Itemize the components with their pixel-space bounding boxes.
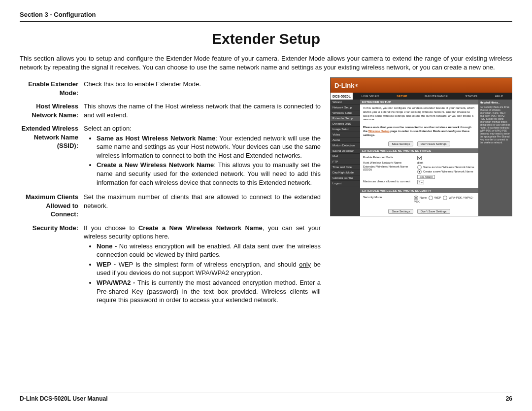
screenshot-column: D-Link® DCS-5020L LIVE VIDEO SETUP MAINT… <box>330 75 512 310</box>
ssid-radio-new[interactable] <box>417 170 422 174</box>
page-footer: D-Link DCS-5020L User Manual 26 <box>20 392 512 402</box>
save-button-bottom[interactable]: Save Settings <box>388 209 413 214</box>
ssid-lead: Select an option: <box>84 125 132 132</box>
cancel-button-top[interactable]: Don't Save Settings <box>417 141 450 146</box>
form-max-label: Maximum clients allowed to connect <box>363 180 417 183</box>
side-ftp[interactable]: FTP <box>331 159 360 165</box>
form-host-value: dlink <box>417 161 423 164</box>
sec-wpa-bold: WPA/WPA2 - <box>97 279 137 286</box>
hints-body: For security there are three choices of … <box>480 105 510 144</box>
tab-help[interactable]: HELP <box>493 95 505 98</box>
side-video[interactable]: Video <box>331 132 360 137</box>
panel-text: In this section, you can configure the w… <box>360 104 478 124</box>
definitions-column: Enable Extender Mode: Check this box to … <box>20 75 321 310</box>
form-host-label: Host Wireless Network Name <box>363 161 417 164</box>
page-title: Extender Setup <box>20 31 512 47</box>
side-extender-setup[interactable]: Extender Setup <box>331 116 360 121</box>
ssid-opt1: Same as Host Wireless Network Name: Your… <box>97 134 321 160</box>
tab-maintenance[interactable]: MAINTENANCE <box>423 95 450 98</box>
def-desc-enable: Check this box to enable Extender Mode. <box>83 79 321 98</box>
sec-wep-only: only <box>299 261 311 268</box>
form-enable-label: Enable Extender Mode <box>363 156 417 159</box>
ssid-opt2-bold: Create a New Wireless Network Name <box>97 161 214 169</box>
sec-radio-wpa[interactable] <box>443 196 447 200</box>
note-link[interactable]: Wireless Setup <box>368 130 390 133</box>
intro-paragraph: This section allows you to setup and con… <box>20 54 512 71</box>
side-logout[interactable]: Logout <box>331 181 360 186</box>
def-label-host: Host Wireless Network Name: <box>20 102 83 120</box>
sec-wpa: WPA/WPA2 - This is currently the most ad… <box>97 278 321 305</box>
side-network-setup[interactable]: Network Setup <box>331 105 360 110</box>
section-header: Section 3 - Configuration <box>20 11 512 22</box>
def-label-enable: Enable Extender Mode: <box>20 79 83 98</box>
panel2-title: EXTENDED WIRELESS NETWORK SETTINGS <box>360 148 478 153</box>
form-ssid-label: Extended Wireless Network Name (SSID) <box>363 165 417 171</box>
shot-tabs: LIVE VIDEO SETUP MAINTENANCE STATUS HELP <box>353 95 512 98</box>
shot-nav: DCS-5020L LIVE VIDEO SETUP MAINTENANCE S… <box>331 93 512 100</box>
save-button-top[interactable]: Save Settings <box>388 141 413 146</box>
ssid-input[interactable]: dcs-5020l <box>417 175 435 179</box>
sec-lead-bold: Create a New Wireless Network Name <box>138 224 263 232</box>
def-label-max: Maximum Clients Allowed to Connect: <box>20 192 83 219</box>
def-label-security: Security Mode: <box>20 223 83 306</box>
side-mail[interactable]: Mail <box>331 154 360 159</box>
ssid-radio-same-label: Same as Host Wireless Network Name <box>423 166 474 169</box>
sec-lead-pre: If you choose to <box>84 224 138 232</box>
tab-setup[interactable]: SETUP <box>395 95 409 98</box>
panel-note: Please note that you must be connected t… <box>360 124 478 139</box>
shot-sidebar: Wizard Network Setup Wireless Setup Exte… <box>331 100 360 216</box>
enable-checkbox[interactable] <box>417 156 422 160</box>
def-desc-security: If you choose to Create a New Wireless N… <box>83 223 321 306</box>
side-sound-detection[interactable]: Sound Detection <box>331 148 360 154</box>
sec-none-bold: None - <box>97 242 119 250</box>
side-wizard[interactable]: Wizard <box>331 100 360 105</box>
side-dynamic-dns[interactable]: Dynamic DNS <box>331 121 360 127</box>
ssid-radio-same[interactable] <box>417 165 422 170</box>
shot-brand-bar: D-Link® <box>331 78 512 93</box>
side-motion-detection[interactable]: Motion Detection <box>331 143 360 148</box>
panel3-title: EXTENDED WIRELESS NETWORK SECURITY <box>360 188 478 193</box>
def-desc-ssid: Select an option: Same as Host Wireless … <box>83 124 321 188</box>
side-image-setup[interactable]: Image Setup <box>331 127 360 132</box>
side-camera-control[interactable]: Camera Control <box>331 175 360 181</box>
sec-none-label: None <box>420 196 427 199</box>
side-day-night[interactable]: Day/Night Mode <box>331 170 360 175</box>
hints-title: Helpful Hints.. <box>480 101 510 104</box>
side-audio[interactable]: Audio <box>331 137 360 143</box>
def-desc-max: Set the maximum number of clients that a… <box>83 192 321 219</box>
panel-title: EXTENDER SETUP <box>360 100 478 104</box>
sec-wep-label: WEP <box>434 196 441 199</box>
def-label-ssid: Extended Wireless Network Name (SSID): <box>20 124 83 188</box>
sec-wep-pre: WEP is the simplest form of wireless enc… <box>119 261 299 268</box>
tab-live-video[interactable]: LIVE VIDEO <box>360 95 381 98</box>
embedded-screenshot: D-Link® DCS-5020L LIVE VIDEO SETUP MAINT… <box>330 77 512 216</box>
shot-brand: D-Link <box>334 82 354 89</box>
side-wireless-setup[interactable]: Wireless Setup <box>331 110 360 116</box>
sec-none-rest: No wireless encryption will be enabled. … <box>97 242 321 259</box>
shot-model: DCS-5020L <box>331 93 353 100</box>
shot-main: EXTENDER SETUP In this section, you can … <box>360 100 478 216</box>
sec-wep-bold: WEP - <box>97 261 119 268</box>
cancel-button-bottom[interactable]: Don't Save Settings <box>417 209 450 214</box>
ssid-opt1-bold: Same as Host Wireless Network Name <box>97 135 215 142</box>
max-select[interactable]: 5 ▾ <box>417 180 424 184</box>
sec-radio-wep[interactable] <box>429 196 433 200</box>
sec-radio-none[interactable] <box>414 196 418 200</box>
shot-hints: Helpful Hints.. For security there are t… <box>478 100 512 216</box>
sec-wep: WEP - WEP is the simplest form of wirele… <box>97 260 321 277</box>
form-sec-label: Security Mode <box>363 196 414 199</box>
tm-icon: ® <box>355 84 358 87</box>
ssid-radio-new-label: Create a new Wireless Network Name <box>423 170 473 173</box>
side-time-date[interactable]: Time and Date <box>331 165 360 170</box>
def-desc-host: This shows the name of the Host wireless… <box>83 102 321 120</box>
footer-manual: D-Link DCS-5020L User Manual <box>20 395 108 402</box>
tab-status[interactable]: STATUS <box>463 95 479 98</box>
footer-page-number: 26 <box>506 395 512 402</box>
ssid-opt2: Create a New Wireless Network Name: This… <box>97 161 321 187</box>
sec-none: None - No wireless encryption will be en… <box>97 242 321 259</box>
